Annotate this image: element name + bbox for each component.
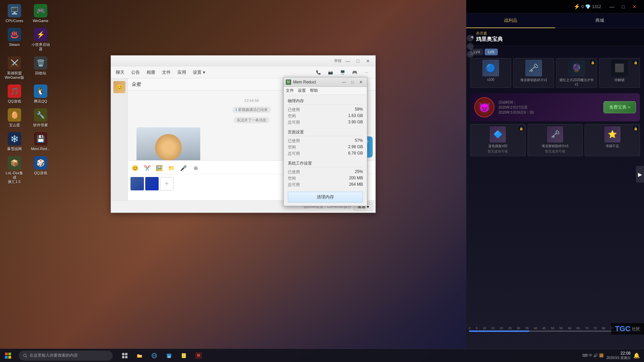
qq-nav-app[interactable]: 应用 [177, 68, 187, 77]
game-close-btn[interactable]: ✕ [629, 1, 640, 12]
mem-page-free-label: 空闲 [288, 144, 296, 150]
taskbar-notes[interactable] [177, 349, 191, 362]
taskbar: 在这里输入你要搜索的内容 [0, 349, 644, 362]
taskbar-view-btn[interactable] [118, 349, 131, 362]
rewards-grid: 🔵 x100 🗝️ 海克斯钥匙碎片x1 🔒 🔮 腥红之月2020魔法才华x1 🔒… [466, 58, 644, 90]
desktop-icon-cpucores[interactable]: 🖥️ CPUCores [3, 3, 26, 24]
mem-clean-button[interactable]: 清理内存 [288, 192, 363, 202]
game-crystal-val: 1312 [592, 4, 601, 9]
reward-1-icon: 🔵 [482, 60, 499, 76]
event-free-btn[interactable]: 免费宝典 > [603, 101, 636, 113]
mem-close-btn[interactable]: ✕ [357, 78, 365, 86]
desktop-icon-xueshan[interactable]: ❄️ 暴雪战网 [3, 131, 26, 153]
qq-video-btn[interactable]: 📷 [326, 68, 335, 77]
mem-menubar: 文件 设置 帮助 [284, 87, 367, 95]
start-button[interactable] [0, 349, 16, 362]
lol-icon: ⚡ [34, 28, 47, 41]
game-nav-arrow-right[interactable]: ▶ [636, 166, 644, 183]
progress-20: 20 [500, 326, 503, 330]
level-tab-lv5[interactable]: LV5 [485, 49, 498, 55]
screenshot-btn[interactable]: ✂️ [143, 163, 152, 173]
sys-tray-icons: ⌨ 中 🔊 📶 [582, 353, 604, 358]
more-tool-btn[interactable]: ⊕ [191, 163, 200, 173]
taskbar-browser[interactable] [148, 349, 161, 362]
mem-syswork-free-val: 200 MB [349, 176, 363, 181]
desktop-icon-qq-music[interactable]: 🎵 QQ游戏 [3, 83, 26, 105]
guanjia-label: 软件管家 [33, 123, 48, 127]
qq-nav-file[interactable]: 文件 [161, 68, 171, 77]
taskbar-store[interactable] [162, 349, 176, 362]
mem-physical-total-label: 总可用 [288, 120, 300, 125]
taskbar-memred[interactable]: M [192, 349, 205, 362]
desktop-icon-qq-tx[interactable]: 🐧 腾讯QQ [29, 83, 52, 105]
desktop-icon-grid: 🖥️ CPUCores 🎮 WeGame ♨️ Steam ⚡ 小世界启动器 ⚔… [3, 3, 53, 185]
lol-w-icon: ⚔️ [8, 56, 21, 70]
progress-70: 70 [585, 326, 588, 330]
mem-page-total-label: 总可用 [288, 151, 300, 157]
mem-menu-file[interactable]: 文件 [286, 88, 294, 94]
friend-avatar-3[interactable] [467, 51, 474, 58]
game-nav-shop[interactable]: 商城 [555, 13, 644, 28]
desktop-icon-baoshan[interactable]: 🥚 宝山蛋 [3, 107, 26, 129]
taskbar-search-box[interactable]: 在这里输入你要搜索的内容 [19, 351, 113, 361]
voice-btn[interactable]: 🎤 [179, 163, 188, 173]
desktop-icon-lol[interactable]: ⚡ 小世界启动器 [29, 26, 52, 53]
mem-syswork-used-label: 已使用 [288, 169, 300, 175]
qq-game-btn[interactable]: 🎮 [350, 68, 359, 77]
image-btn[interactable]: 🖼️ [155, 163, 164, 173]
wegame-icon: 🎮 [34, 4, 47, 17]
qq-maximize-btn[interactable]: □ [353, 57, 363, 65]
progress-55: 55 [559, 326, 563, 330]
desktop-icon-lol-w[interactable]: ⚔️ 英雄联盟WeGame版 [3, 55, 26, 81]
qq-more-btn[interactable]: ··· [362, 68, 371, 77]
mem-restore-btn[interactable]: □ [348, 78, 357, 86]
reward-2: 🗝️ 海克斯钥匙碎片x1 [513, 58, 554, 88]
taskbar-clock: 22:08 2020/3/1 星期日 [606, 351, 631, 360]
friend-avatar-2[interactable] [467, 43, 474, 50]
game-maximize-btn[interactable]: □ [618, 1, 629, 12]
qq-nav-notice[interactable]: 公告 [130, 68, 141, 77]
desktop-icon-recycle[interactable]: 🗑️ 回收站 [29, 55, 52, 81]
mem-menu-settings[interactable]: 设置 [298, 88, 306, 94]
progress-35: 35 [525, 326, 529, 330]
mem-physical-used-label: 已使用 [288, 107, 300, 113]
thumb-add[interactable]: + [160, 177, 173, 190]
qq-phone-btn[interactable]: 📞 [314, 68, 323, 77]
taskbar-file-explorer[interactable] [133, 349, 146, 362]
emoji-btn[interactable]: 😊 [130, 163, 140, 173]
game-nav: 战利品 商城 [466, 13, 644, 28]
mem-syswork-total-val: 264 MB [349, 182, 363, 188]
mem-minimize-btn[interactable]: — [340, 78, 348, 86]
qq-report-btn[interactable]: 举报 [333, 57, 342, 65]
game-nav-loot[interactable]: 战利品 [466, 13, 555, 28]
event-dates: 活动时间： 2020年2月27日至 2020年3月26日9：59 [498, 100, 599, 115]
qq-minimize-btn[interactable]: — [343, 57, 353, 65]
reward-4-label: 待解锁 [601, 78, 638, 82]
desktop-icon-steam[interactable]: ♨️ Steam [3, 26, 26, 53]
thumb-2[interactable] [145, 177, 159, 190]
game-minimize-btn[interactable]: — [606, 1, 617, 12]
desktop-icon-qqgame[interactable]: 🎲 QQ游戏 [29, 155, 52, 186]
qq-nav-chat[interactable]: 聊天 [115, 68, 125, 77]
mem-menu-help[interactable]: 帮助 [310, 88, 318, 94]
mem-page-total-val: 6.78 GB [348, 151, 363, 157]
desktop-icon-wegame[interactable]: 🎮 WeGame [29, 3, 52, 24]
reward-3: 🔒 🔮 腥红之月2020魔法才华x1 [556, 58, 597, 88]
desktop-icon-guanjia[interactable]: 🔧 软件管家 [29, 107, 52, 129]
svg-rect-3 [8, 356, 11, 359]
notification-btn[interactable]: 🔔 [633, 352, 640, 359]
qq-close-btn[interactable]: ✕ [363, 57, 373, 65]
friend-avatar-1[interactable] [467, 35, 474, 42]
qq-contact-avatar[interactable]: 😊 [113, 81, 125, 93]
event-dates-text: 活动时间： [498, 100, 599, 105]
qq-screen-btn[interactable]: 🖥️ [338, 68, 347, 77]
sys-msg-1: ℹ 群视频通话已结束 [232, 107, 271, 113]
progress-10: 10 [483, 326, 486, 330]
qq-nav-settings[interactable]: 设置 ▾ [192, 68, 206, 77]
mem-content: 物理内存 已使用 58% 空闲 1.63 GB 总可用 3.90 GB 页面设置 [284, 95, 367, 206]
thumb-1[interactable] [130, 177, 144, 190]
qq-nav-album[interactable]: 相册 [146, 68, 156, 77]
desktop-icon-memred[interactable]: 💾 Mem.Red... [29, 131, 52, 153]
desktop-icon-loldsx[interactable]: 📦 LoL-Dsx集成换汇1.5 [3, 155, 26, 186]
file-btn[interactable]: 📁 [167, 163, 176, 173]
